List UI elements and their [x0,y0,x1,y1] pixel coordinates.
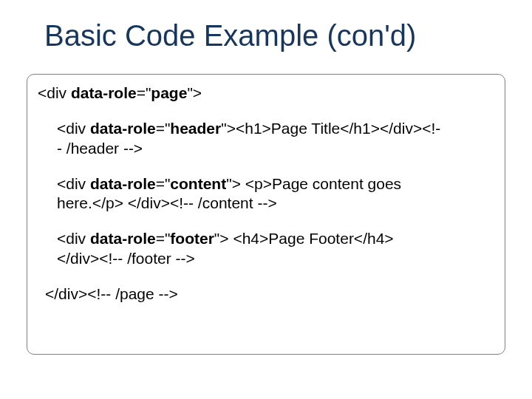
slide: Basic Code Example (con'd) <div data-rol… [0,0,532,399]
code-attr: data-role [90,175,156,192]
code-attr: data-role [90,120,156,137]
code-attr: data-role [90,230,156,247]
code-attr-value: footer [170,230,214,247]
code-text: =" [156,175,171,192]
code-block-header: <div data-role="header"><h1>Page Title</… [38,119,494,158]
code-line: <div data-role="footer"> <h4>Page Footer… [57,229,494,248]
code-text: <div [38,84,71,101]
code-attr-value: content [170,175,226,192]
code-text: <div [57,230,90,247]
code-line-page-open: <div data-role="page"> [38,83,494,103]
code-text: <div [57,120,90,137]
code-line: </div><!-- /footer --> [57,249,494,268]
code-line: - /header --> [57,139,494,158]
slide-title: Basic Code Example (con'd) [44,19,502,52]
code-line-page-close: </div><!-- /page --> [38,284,494,304]
code-attr-value: page [151,84,187,101]
code-line: here.</p> </div><!-- /content --> [57,194,494,213]
code-attr: data-role [71,84,137,101]
code-example-box: <div data-role="page"> <div data-role="h… [27,74,505,355]
code-text: "><h1>Page Title</h1></div><!- [221,120,440,137]
code-text: "> <p>Page content goes [226,175,401,192]
code-text: =" [156,230,171,247]
code-block-footer: <div data-role="footer"> <h4>Page Footer… [38,229,494,268]
code-text: <div [57,175,90,192]
code-line: <div data-role="header"><h1>Page Title</… [57,119,494,138]
code-text: =" [137,84,151,101]
code-attr-value: header [170,120,221,137]
code-text: =" [156,120,171,137]
code-block-content: <div data-role="content"> <p>Page conten… [38,174,494,214]
code-line: <div data-role="content"> <p>Page conten… [57,174,494,194]
code-text: "> <h4>Page Footer</h4> [214,230,394,247]
code-text: "> [187,84,202,101]
